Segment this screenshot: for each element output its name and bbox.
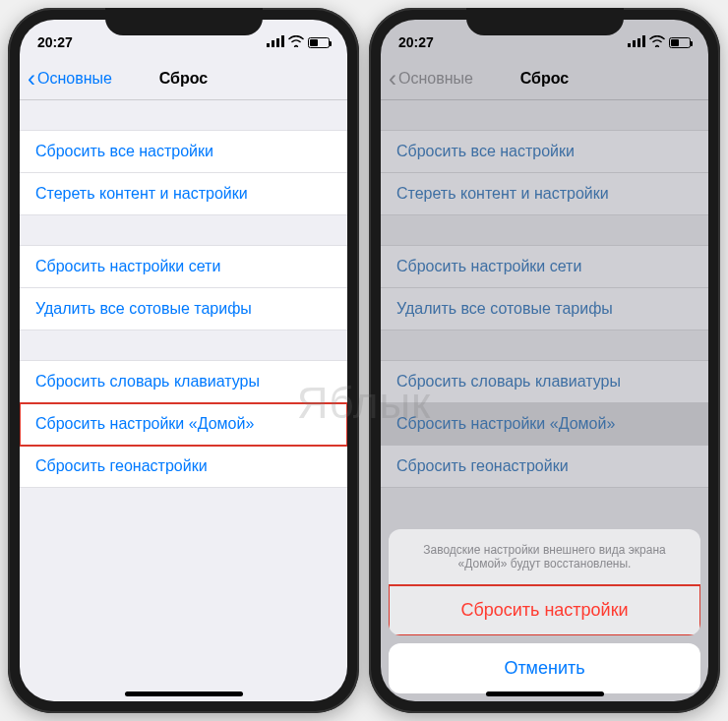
- battery-icon: [308, 37, 330, 48]
- group-1: Сбросить все настройки Стереть контент и…: [20, 130, 347, 215]
- cellular-icon: [267, 34, 284, 50]
- phone-left: 20:27 ‹ Основные Сброс Сбросит: [8, 8, 359, 713]
- reset-home-layout[interactable]: Сбросить настройки «Домой»: [20, 403, 347, 446]
- svg-rect-3: [281, 35, 284, 47]
- delete-cellular-plans[interactable]: Удалить все сотовые тарифы: [20, 288, 347, 330]
- wifi-icon: [288, 34, 304, 50]
- reset-keyboard-dictionary[interactable]: Сбросить словарь клавиатуры: [20, 360, 347, 403]
- phone-right: 20:27 ‹ Основные Сброс Сбросит: [369, 8, 720, 713]
- reset-all-settings[interactable]: Сбросить все настройки: [20, 130, 347, 173]
- home-indicator[interactable]: [125, 691, 243, 696]
- svg-rect-1: [272, 40, 274, 47]
- back-button[interactable]: Основные: [37, 70, 112, 88]
- back-arrow-icon: ‹: [389, 65, 396, 92]
- nav-bar: ‹ Основные Сброс: [20, 57, 347, 100]
- group-3: Сбросить словарь клавиатуры Сбросить нас…: [20, 360, 347, 488]
- svg-rect-2: [276, 38, 279, 47]
- status-time: 20:27: [37, 34, 73, 50]
- confirm-reset-button[interactable]: Сбросить настройки: [389, 585, 700, 635]
- reset-home-layout: Сбросить настройки «Домой»: [381, 403, 708, 446]
- delete-cellular-plans: Удалить все сотовые тарифы: [381, 288, 708, 330]
- back-arrow-icon[interactable]: ‹: [28, 65, 35, 92]
- svg-rect-7: [642, 35, 645, 47]
- erase-content-settings: Стереть контент и настройки: [381, 173, 708, 215]
- group-3: Сбросить словарь клавиатуры Сбросить нас…: [381, 360, 708, 488]
- sheet-message: Заводские настройки внешнего вида экрана…: [389, 529, 700, 585]
- reset-list: Сбросить все настройки Стереть контент и…: [20, 130, 347, 488]
- status-time: 20:27: [398, 34, 434, 50]
- svg-rect-4: [628, 43, 631, 47]
- reset-all-settings: Сбросить все настройки: [381, 130, 708, 173]
- notch: [105, 8, 263, 35]
- reset-location-settings: Сбросить геонастройки: [381, 446, 708, 488]
- action-sheet: Заводские настройки внешнего вида экрана…: [381, 529, 708, 701]
- svg-rect-0: [267, 43, 270, 47]
- group-2: Сбросить настройки сети Удалить все сото…: [381, 245, 708, 330]
- group-1: Сбросить все настройки Стереть контент и…: [381, 130, 708, 215]
- group-2: Сбросить настройки сети Удалить все сото…: [20, 245, 347, 330]
- cellular-icon: [628, 34, 645, 50]
- notch: [466, 8, 624, 35]
- wifi-icon: [649, 34, 665, 50]
- reset-network-settings: Сбросить настройки сети: [381, 245, 708, 288]
- back-button: Основные: [398, 70, 473, 88]
- svg-rect-6: [637, 38, 640, 47]
- reset-list: Сбросить все настройки Стереть контент и…: [381, 130, 708, 488]
- svg-rect-5: [633, 40, 636, 47]
- reset-keyboard-dictionary: Сбросить словарь клавиатуры: [381, 360, 708, 403]
- erase-content-settings[interactable]: Стереть контент и настройки: [20, 173, 347, 215]
- reset-network-settings[interactable]: Сбросить настройки сети: [20, 245, 347, 288]
- battery-icon: [669, 37, 691, 48]
- nav-bar: ‹ Основные Сброс: [381, 57, 708, 100]
- cancel-button[interactable]: Отменить: [389, 643, 700, 693]
- home-indicator[interactable]: [486, 691, 604, 696]
- reset-location-settings[interactable]: Сбросить геонастройки: [20, 446, 347, 488]
